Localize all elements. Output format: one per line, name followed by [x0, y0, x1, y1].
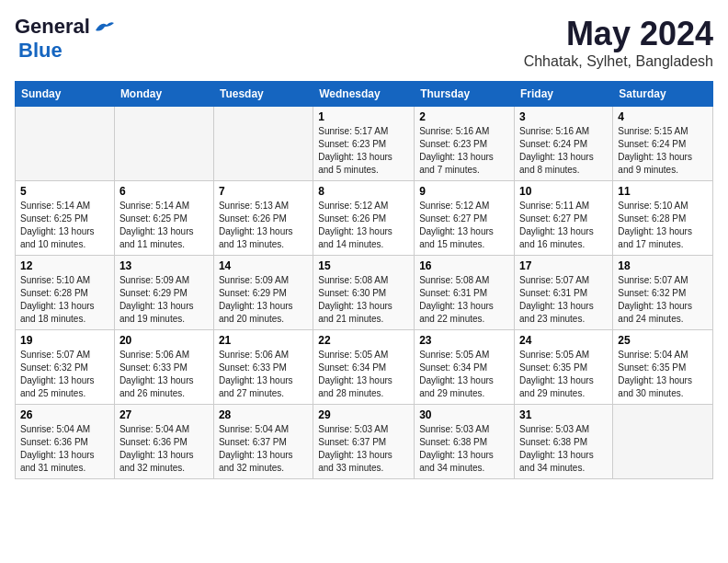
day-number: 15: [318, 259, 409, 272]
day-header-wednesday: Wednesday: [313, 82, 415, 107]
day-info: Sunrise: 5:12 AM Sunset: 6:26 PM Dayligh…: [318, 200, 409, 251]
calendar-cell: 21Sunrise: 5:06 AM Sunset: 6:33 PM Dayli…: [213, 330, 313, 405]
day-info: Sunrise: 5:10 AM Sunset: 6:28 PM Dayligh…: [20, 274, 109, 326]
day-number: 23: [419, 334, 509, 347]
day-number: 30: [419, 408, 509, 421]
day-info: Sunrise: 5:15 AM Sunset: 6:24 PM Dayligh…: [618, 125, 708, 177]
day-number: 17: [519, 259, 608, 272]
day-header-friday: Friday: [515, 82, 613, 107]
day-header-monday: Monday: [114, 82, 213, 107]
day-header-thursday: Thursday: [415, 82, 515, 107]
day-number: 26: [20, 408, 109, 421]
calendar-cell: 20Sunrise: 5:06 AM Sunset: 6:33 PM Dayli…: [114, 330, 213, 405]
day-info: Sunrise: 5:06 AM Sunset: 6:33 PM Dayligh…: [219, 349, 308, 400]
calendar-cell: 15Sunrise: 5:08 AM Sunset: 6:30 PM Dayli…: [313, 256, 415, 330]
calendar-cell: 25Sunrise: 5:04 AM Sunset: 6:35 PM Dayli…: [613, 330, 713, 405]
logo-bird-icon: [94, 19, 114, 34]
day-info: Sunrise: 5:17 AM Sunset: 6:23 PM Dayligh…: [318, 125, 409, 177]
calendar-cell: 14Sunrise: 5:09 AM Sunset: 6:29 PM Dayli…: [213, 256, 313, 330]
day-number: 31: [519, 408, 608, 421]
calendar-cell: 22Sunrise: 5:05 AM Sunset: 6:34 PM Dayli…: [313, 330, 415, 405]
day-number: 27: [119, 408, 209, 421]
day-number: 14: [219, 259, 308, 272]
calendar-cell: 19Sunrise: 5:07 AM Sunset: 6:32 PM Dayli…: [16, 330, 115, 405]
day-number: 21: [219, 334, 308, 347]
logo: General Blue: [15, 15, 114, 63]
week-row-2: 5Sunrise: 5:14 AM Sunset: 6:25 PM Daylig…: [16, 181, 713, 256]
day-info: Sunrise: 5:08 AM Sunset: 6:30 PM Dayligh…: [318, 274, 409, 326]
day-number: 18: [618, 259, 708, 272]
day-number: 9: [419, 185, 509, 198]
location-subtitle: Chhatak, Sylhet, Bangladesh: [524, 53, 713, 70]
day-info: Sunrise: 5:07 AM Sunset: 6:32 PM Dayligh…: [20, 349, 109, 400]
calendar-cell: [16, 107, 115, 181]
calendar-cell: 24Sunrise: 5:05 AM Sunset: 6:35 PM Dayli…: [515, 330, 613, 405]
week-row-3: 12Sunrise: 5:10 AM Sunset: 6:28 PM Dayli…: [16, 256, 713, 330]
calendar-cell: 13Sunrise: 5:09 AM Sunset: 6:29 PM Dayli…: [114, 256, 213, 330]
day-number: 8: [318, 185, 409, 198]
calendar-cell: 1Sunrise: 5:17 AM Sunset: 6:23 PM Daylig…: [313, 107, 415, 181]
day-number: 7: [219, 185, 308, 198]
calendar-cell: 30Sunrise: 5:03 AM Sunset: 6:38 PM Dayli…: [415, 405, 515, 479]
calendar-cell: 23Sunrise: 5:05 AM Sunset: 6:34 PM Dayli…: [415, 330, 515, 405]
day-info: Sunrise: 5:16 AM Sunset: 6:24 PM Dayligh…: [519, 125, 608, 177]
day-info: Sunrise: 5:04 AM Sunset: 6:37 PM Dayligh…: [219, 423, 308, 475]
day-info: Sunrise: 5:13 AM Sunset: 6:26 PM Dayligh…: [219, 200, 308, 251]
days-header: SundayMondayTuesdayWednesdayThursdayFrid…: [16, 82, 713, 107]
calendar-cell: 2Sunrise: 5:16 AM Sunset: 6:23 PM Daylig…: [415, 107, 515, 181]
calendar-cell: 27Sunrise: 5:04 AM Sunset: 6:36 PM Dayli…: [114, 405, 213, 479]
calendar-cell: 5Sunrise: 5:14 AM Sunset: 6:25 PM Daylig…: [16, 181, 115, 256]
calendar-body: 1Sunrise: 5:17 AM Sunset: 6:23 PM Daylig…: [16, 107, 713, 479]
day-info: Sunrise: 5:03 AM Sunset: 6:38 PM Dayligh…: [419, 423, 509, 475]
calendar-cell: 17Sunrise: 5:07 AM Sunset: 6:31 PM Dayli…: [515, 256, 613, 330]
calendar-cell: 10Sunrise: 5:11 AM Sunset: 6:27 PM Dayli…: [515, 181, 613, 256]
day-info: Sunrise: 5:05 AM Sunset: 6:34 PM Dayligh…: [318, 349, 409, 400]
day-info: Sunrise: 5:16 AM Sunset: 6:23 PM Dayligh…: [419, 125, 509, 177]
logo-general: General: [15, 15, 90, 39]
day-info: Sunrise: 5:07 AM Sunset: 6:32 PM Dayligh…: [618, 274, 708, 326]
calendar-cell: 29Sunrise: 5:03 AM Sunset: 6:37 PM Dayli…: [313, 405, 415, 479]
day-number: 28: [219, 408, 308, 421]
calendar-cell: 26Sunrise: 5:04 AM Sunset: 6:36 PM Dayli…: [16, 405, 115, 479]
day-info: Sunrise: 5:14 AM Sunset: 6:25 PM Dayligh…: [20, 200, 109, 251]
day-number: 13: [119, 259, 209, 272]
calendar-cell: 12Sunrise: 5:10 AM Sunset: 6:28 PM Dayli…: [16, 256, 115, 330]
day-number: 16: [419, 259, 509, 272]
day-info: Sunrise: 5:06 AM Sunset: 6:33 PM Dayligh…: [119, 349, 209, 400]
day-number: 5: [20, 185, 109, 198]
day-info: Sunrise: 5:03 AM Sunset: 6:37 PM Dayligh…: [318, 423, 409, 475]
day-number: 22: [318, 334, 409, 347]
logo-blue: Blue: [18, 39, 63, 62]
week-row-1: 1Sunrise: 5:17 AM Sunset: 6:23 PM Daylig…: [16, 107, 713, 181]
week-row-4: 19Sunrise: 5:07 AM Sunset: 6:32 PM Dayli…: [16, 330, 713, 405]
calendar-cell: [613, 405, 713, 479]
calendar-cell: [213, 107, 313, 181]
day-number: 4: [618, 110, 708, 123]
day-info: Sunrise: 5:03 AM Sunset: 6:38 PM Dayligh…: [519, 423, 608, 475]
calendar-cell: 31Sunrise: 5:03 AM Sunset: 6:38 PM Dayli…: [515, 405, 613, 479]
day-header-tuesday: Tuesday: [213, 82, 313, 107]
day-info: Sunrise: 5:12 AM Sunset: 6:27 PM Dayligh…: [419, 200, 509, 251]
day-info: Sunrise: 5:09 AM Sunset: 6:29 PM Dayligh…: [119, 274, 209, 326]
day-number: 11: [618, 185, 708, 198]
title-area: May 2024 Chhatak, Sylhet, Bangladesh: [524, 15, 713, 70]
day-info: Sunrise: 5:07 AM Sunset: 6:31 PM Dayligh…: [519, 274, 608, 326]
day-header-saturday: Saturday: [613, 82, 713, 107]
day-number: 20: [119, 334, 209, 347]
calendar-cell: 28Sunrise: 5:04 AM Sunset: 6:37 PM Dayli…: [213, 405, 313, 479]
day-number: 24: [519, 334, 608, 347]
day-number: 25: [618, 334, 708, 347]
calendar-cell: 3Sunrise: 5:16 AM Sunset: 6:24 PM Daylig…: [515, 107, 613, 181]
calendar-cell: 4Sunrise: 5:15 AM Sunset: 6:24 PM Daylig…: [613, 107, 713, 181]
calendar-table: SundayMondayTuesdayWednesdayThursdayFrid…: [15, 81, 713, 479]
day-number: 10: [519, 185, 608, 198]
day-info: Sunrise: 5:04 AM Sunset: 6:36 PM Dayligh…: [20, 423, 109, 475]
calendar-cell: 18Sunrise: 5:07 AM Sunset: 6:32 PM Dayli…: [613, 256, 713, 330]
day-number: 1: [318, 110, 409, 123]
calendar-cell: [114, 107, 213, 181]
header: General Blue May 2024 Chhatak, Sylhet, B…: [15, 15, 713, 70]
day-info: Sunrise: 5:08 AM Sunset: 6:31 PM Dayligh…: [419, 274, 509, 326]
calendar-cell: 16Sunrise: 5:08 AM Sunset: 6:31 PM Dayli…: [415, 256, 515, 330]
day-number: 29: [318, 408, 409, 421]
day-info: Sunrise: 5:11 AM Sunset: 6:27 PM Dayligh…: [519, 200, 608, 251]
